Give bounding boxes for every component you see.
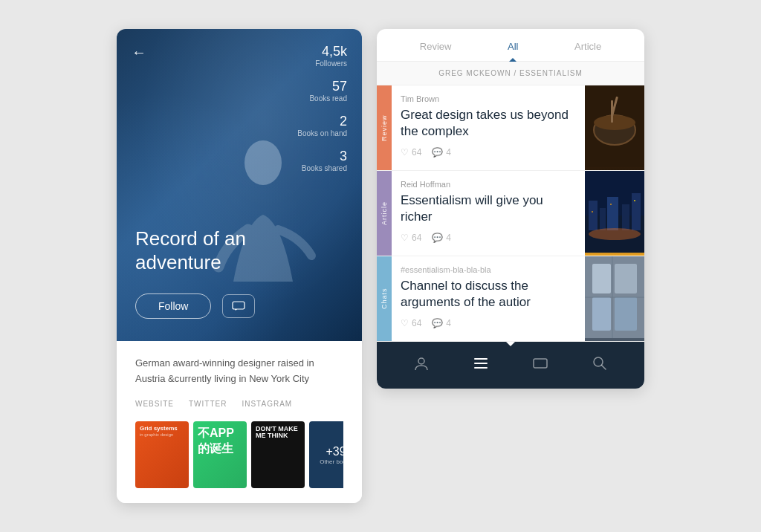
svg-rect-9 [589, 201, 598, 230]
svg-rect-20 [615, 264, 637, 293]
social-links: WEBSITE TWITTER INSTAGRAM [135, 400, 343, 408]
comment-icon-2: 💬 [432, 233, 443, 243]
svg-rect-22 [615, 297, 637, 331]
article-hashtag-3: #essentialism-bla-bla-bla [401, 265, 576, 274]
window-illustration [585, 256, 644, 338]
article-comments-3: 💬 4 [432, 318, 451, 328]
article-content-2: Reid Hoffman Essentialism will give you … [392, 171, 585, 256]
nav-library[interactable] [525, 352, 556, 378]
article-content-3: #essentialism-bla-bla-bla Channel to dis… [392, 256, 585, 341]
svg-point-4 [594, 115, 635, 130]
nav-search[interactable] [584, 352, 615, 378]
heart-icon-1: ♡ [401, 147, 409, 158]
book-more-label: Other books [320, 458, 343, 465]
books-read-stat: 57 Books read [297, 79, 347, 103]
article-title-2[interactable]: Essentialism will give you richer [401, 192, 576, 225]
svg-rect-11 [607, 197, 618, 230]
svg-point-14 [592, 211, 593, 213]
comment-icon-3: 💬 [432, 318, 443, 328]
twitter-link[interactable]: TWITTER [189, 400, 227, 408]
hero-title: Record of anadventure [135, 227, 246, 273]
nav-feed[interactable] [465, 352, 496, 378]
article-image-2 [585, 171, 644, 256]
article-title-1[interactable]: Great design takes us beyond the complex [401, 107, 576, 140]
article-author-1: Tim Brown [401, 94, 576, 103]
search-icon [592, 355, 608, 372]
article-card-1: Review Tim Brown Great design takes us b… [377, 85, 644, 171]
back-button[interactable]: ← [132, 44, 146, 61]
book-item-dont-make[interactable]: DON'T MAKE ME THINK [251, 421, 305, 488]
book-item-grid-systems[interactable]: Grid systems in graphic design [135, 421, 189, 488]
svg-point-16 [634, 200, 635, 201]
hero-section: ← 4,5k Followers 57 Books read 2 Books o… [117, 29, 362, 341]
svg-rect-28 [474, 367, 488, 369]
bio-section: German award-winning designer raised in … [117, 341, 362, 504]
book-title-app: 不APP的诞生 [198, 426, 242, 457]
svg-rect-12 [622, 204, 629, 230]
svg-point-0 [245, 140, 282, 185]
article-content-1: Tim Brown Great design takes us beyond t… [392, 85, 585, 170]
books-on-hand-stat: 2 Books on hand [297, 114, 347, 138]
bottom-nav [377, 342, 644, 389]
book-item-more[interactable]: +39 Other books [309, 421, 343, 488]
stats-panel: 4,5k Followers 57 Books read 2 Books on … [297, 44, 347, 184]
article-stats-3: ♡ 64 💬 4 [401, 318, 576, 328]
city-illustration [585, 171, 644, 253]
nav-profile[interactable] [406, 352, 437, 378]
svg-rect-13 [632, 193, 641, 230]
article-comments-1: 💬 4 [432, 147, 451, 158]
book-title-dont: DON'T MAKE ME THINK [256, 426, 300, 439]
article-image-3 [585, 256, 644, 341]
svg-point-15 [610, 204, 612, 205]
book-item-app[interactable]: 不APP的诞生 [193, 421, 247, 488]
bio-text: German award-winning designer raised in … [135, 356, 343, 387]
tabs-header: Review All Article [377, 29, 644, 62]
article-comments-2: 💬 4 [432, 233, 451, 243]
tab-all[interactable]: All [508, 41, 518, 61]
app-container: ← 4,5k Followers 57 Books read 2 Books o… [117, 29, 644, 504]
book-more-count: +39 [326, 445, 343, 458]
article-title-3[interactable]: Channel to discuss the arguments of the … [401, 278, 576, 311]
book-title-grid: Grid systems [140, 426, 184, 432]
profile-icon [413, 355, 430, 372]
svg-rect-10 [600, 208, 606, 230]
tab-article[interactable]: Article [574, 41, 601, 61]
article-stats-2: ♡ 64 💬 4 [401, 233, 576, 243]
drums-illustration [585, 85, 644, 167]
hero-actions: Follow [135, 293, 255, 319]
right-panel: Review All Article GREG MCKEOWN / ESSENT… [377, 29, 644, 389]
books-shared-stat: 3 Books shared [297, 149, 347, 173]
books-row: Grid systems in graphic design 不APP的诞生 D… [135, 421, 343, 488]
breadcrumb: GREG MCKEOWN / ESSENTIALISM [377, 62, 644, 85]
instagram-link[interactable]: INSTAGRAM [242, 400, 292, 408]
left-panel: ← 4,5k Followers 57 Books read 2 Books o… [117, 29, 362, 504]
article-author-2: Reid Hoffman [401, 180, 576, 189]
follow-button[interactable]: Follow [135, 293, 211, 319]
chat-button[interactable] [222, 294, 255, 318]
article-category-2: Article [377, 171, 392, 256]
article-card-2: Article Reid Hoffman Essentialism will g… [377, 171, 644, 256]
followers-stat: 4,5k Followers [297, 44, 347, 68]
heart-icon-3: ♡ [401, 318, 409, 328]
article-stats-1: ♡ 64 💬 4 [401, 147, 576, 158]
article-image-1 [585, 85, 644, 170]
nav-indicator [506, 342, 515, 346]
website-link[interactable]: WEBSITE [135, 400, 174, 408]
svg-rect-29 [534, 359, 547, 368]
heart-icon-2: ♡ [401, 233, 409, 243]
comment-icon-1: 💬 [432, 147, 443, 158]
svg-rect-26 [474, 358, 488, 360]
article-likes-1: ♡ 64 [401, 147, 421, 158]
chat-icon [232, 301, 245, 311]
feed-icon [473, 355, 489, 372]
tab-review[interactable]: Review [420, 41, 452, 61]
svg-rect-27 [474, 363, 488, 364]
articles-list: Review Tim Brown Great design takes us b… [377, 85, 644, 342]
svg-line-31 [602, 365, 606, 369]
article-card-3: Chats #essentialism-bla-bla-bla Channel … [377, 256, 644, 342]
article-likes-3: ♡ 64 [401, 318, 421, 328]
library-icon [532, 355, 548, 372]
article-likes-2: ♡ 64 [401, 233, 421, 243]
book-subtitle-grid: in graphic design [140, 432, 184, 437]
svg-point-25 [418, 358, 424, 364]
